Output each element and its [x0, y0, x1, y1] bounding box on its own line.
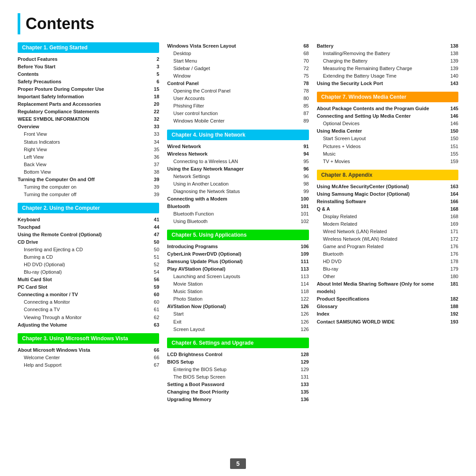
entry-page: 47: [147, 231, 159, 238]
toc-entry: Product Features2: [18, 56, 159, 63]
entry-title: Wired Network: [167, 143, 296, 150]
toc-entry: Blu-ray179: [317, 265, 458, 273]
entry-title: Bottom View: [24, 168, 147, 176]
toc-entry: Pictures + Videos151: [317, 143, 458, 150]
toc-entry: Using Media Center150: [317, 127, 458, 135]
entry-title: Bluetooth: [323, 250, 446, 258]
entry-title: Entering the BIOS Setup: [173, 366, 296, 373]
entry-page: 95: [297, 158, 309, 165]
toc-entry: Before You Start3: [18, 63, 159, 71]
toc-entry: AVStation Now (Optional)126: [167, 303, 309, 310]
toc-entry: Welcome Center66: [18, 354, 159, 361]
entry-title: Adjusting the Volume: [18, 321, 147, 329]
entry-page: 168: [446, 205, 458, 213]
entry-page: 181: [446, 280, 458, 295]
chapter-5-entries: Introducing Programs106CyberLink PowerDV…: [167, 243, 309, 333]
entry-page: 89: [297, 117, 309, 125]
battery-section: Battery138Installing/Removing the Batter…: [317, 42, 458, 87]
entry-title: Burning a CD: [24, 253, 147, 261]
chapter-5-section: Chapter 5. Using Applications Introducin…: [167, 230, 309, 333]
column-2: Windows Vista Screen Layout68Desktop68St…: [167, 42, 309, 461]
entry-title: Opening the Control Panel: [173, 87, 296, 95]
toc-entry: Connecting a monitor / TV60: [18, 291, 159, 298]
entry-title: Contact SAMSUNG WORLD WIDE: [317, 318, 446, 326]
entry-title: Upgrading Memory: [167, 396, 296, 403]
entry-title: Connecting to a Wireless LAN: [173, 158, 296, 165]
toc-entry: Bluetooth176: [317, 250, 458, 258]
entry-page: 59: [147, 283, 159, 291]
entry-page: 118: [297, 288, 309, 295]
toc-entry: Proper Posture During Computer Use15: [18, 86, 159, 93]
toc-entry: Bluetooth101: [167, 203, 309, 210]
toc-entry: Phishing Filter85: [167, 102, 309, 110]
entry-title: Start Screen Layout: [323, 135, 446, 142]
title-area: Contents: [18, 13, 458, 34]
entry-title: User control function: [173, 110, 296, 117]
entry-page: 126: [297, 318, 309, 326]
entry-title: Turning the Computer On and Off: [18, 176, 147, 183]
entry-page: 5: [147, 71, 159, 78]
entry-page: 33: [147, 130, 159, 138]
entry-page: 37: [147, 161, 159, 168]
entry-page: 39: [147, 176, 159, 183]
entry-page: 41: [147, 216, 159, 223]
column-3: Battery138Installing/Removing the Batter…: [317, 42, 458, 461]
entry-page: 143: [446, 80, 458, 87]
entry-title: Blu-ray: [323, 265, 446, 273]
entry-title: Photo Station: [173, 295, 296, 303]
entry-page: 100: [297, 195, 309, 203]
entry-title: Using the Security Lock Port: [317, 80, 446, 87]
toc-entry: Bottom View38: [18, 168, 159, 176]
toc-entry: Control Panel78: [167, 80, 309, 87]
entry-title: Connecting a monitor / TV: [18, 291, 147, 298]
toc-entry: Overview33: [18, 123, 159, 130]
entry-title: Display Related: [323, 213, 446, 220]
entry-title: Desktop: [173, 50, 296, 57]
entry-page: 126: [297, 326, 309, 333]
entry-title: Overview: [18, 123, 147, 130]
chapter-2-entries: Keyboard41Touchpad44Using the Remote Con…: [18, 216, 159, 329]
entry-title: Exit: [173, 318, 296, 326]
toc-entry: Glossary188: [317, 303, 458, 310]
entry-page: 67: [147, 361, 159, 369]
toc-entry: LCD Brightness Control128: [167, 351, 309, 358]
toc-entry: Right View35: [18, 146, 159, 153]
toc-entry: Keyboard41: [18, 216, 159, 223]
entry-title: WEEE SYMBOL INFORMATION: [18, 115, 147, 123]
entry-page: 129: [297, 358, 309, 366]
toc-entry: Wireless Network94: [167, 150, 309, 158]
entry-title: Using Bluetooth: [173, 218, 296, 225]
entry-title: About Package Contents and the Program G…: [317, 105, 446, 112]
entry-page: 78: [297, 87, 309, 95]
entry-page: 101: [297, 210, 309, 218]
toc-entry: Opening the Control Panel78: [167, 87, 309, 95]
entry-title: Welcome Center: [24, 354, 147, 361]
toc-entry: Charging the Battery139: [317, 57, 458, 65]
entry-title: Wired Network (LAN) Related: [323, 228, 446, 235]
chapter-1-header: Chapter 1. Getting Started: [18, 42, 159, 53]
entry-page: 60: [147, 291, 159, 298]
entry-title: Wireless Network: [167, 150, 296, 158]
page: Contents Chapter 1. Getting Started Prod…: [0, 0, 476, 476]
entry-page: 126: [297, 310, 309, 318]
entry-title: Connecting a TV: [24, 306, 147, 313]
chapter-3-top-entries: About Microsoft Windows Vista66Welcome C…: [18, 346, 159, 369]
entry-title: Setting a Boot Password: [167, 381, 296, 388]
toc-entry: Window75: [167, 72, 309, 80]
toc-entry: Wireless Network (WLAN) Related172: [317, 235, 458, 243]
toc-entry: Game and Program Related176: [317, 243, 458, 250]
toc-entry: Using the Easy Network Manager96: [167, 165, 309, 173]
toc-entry: Viewing Through a Monitor62: [18, 314, 159, 321]
toc-entry: Connecting to a Wireless LAN95: [167, 158, 309, 165]
toc-entry: Desktop68: [167, 50, 309, 57]
entry-title: Connecting and Setting Up Media Center: [317, 112, 446, 120]
battery-entries: Battery138Installing/Removing the Batter…: [317, 42, 458, 87]
entry-title: Play AVStation (Optional): [167, 265, 296, 273]
entry-title: About Intel Media Sharing Software (Only…: [317, 280, 446, 295]
toc-entry: About Package Contents and the Program G…: [317, 105, 458, 112]
chapter-1-section: Chapter 1. Getting Started Product Featu…: [18, 42, 159, 198]
entry-page: 171: [446, 228, 458, 235]
entry-page: 61: [147, 306, 159, 313]
entry-title: Glossary: [317, 303, 446, 310]
entry-page: 54: [147, 268, 159, 276]
